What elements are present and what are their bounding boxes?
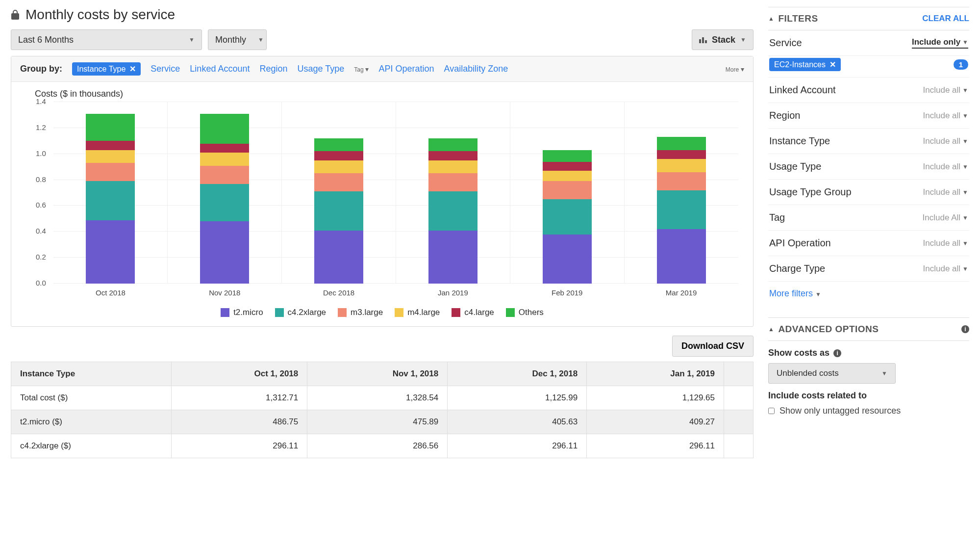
- show-costs-select[interactable]: Unblended costs▼: [768, 363, 896, 384]
- legend-item[interactable]: Others: [506, 308, 544, 317]
- close-icon[interactable]: ✕: [829, 60, 836, 69]
- download-csv-button[interactable]: Download CSV: [672, 336, 754, 357]
- bar-segment[interactable]: [314, 151, 363, 160]
- filter-row[interactable]: Instance TypeInclude all ▼: [768, 129, 969, 154]
- filter-count-badge: 1: [954, 59, 968, 70]
- svg-rect-2: [705, 40, 707, 43]
- table-cell: 296.11: [171, 434, 307, 458]
- table-header[interactable]: Instance Type: [11, 362, 172, 386]
- table-cell: 405.63: [448, 410, 587, 434]
- legend-item[interactable]: m3.large: [338, 308, 383, 317]
- legend-item[interactable]: m4.large: [395, 308, 440, 317]
- groupby-option[interactable]: Availability Zone: [444, 64, 508, 74]
- table-header[interactable]: Jan 1, 2019: [587, 362, 724, 386]
- table-cell: 486.75: [171, 410, 307, 434]
- bar-segment[interactable]: [543, 150, 592, 162]
- bar-segment[interactable]: [428, 138, 477, 151]
- bar-segment[interactable]: [200, 221, 249, 284]
- bar-segment[interactable]: [314, 138, 363, 151]
- bar-segment[interactable]: [543, 181, 592, 199]
- legend-item[interactable]: c4.large: [452, 308, 494, 317]
- info-icon[interactable]: i: [961, 325, 969, 333]
- bar-segment[interactable]: [200, 184, 249, 222]
- caret-down-icon: ▼: [962, 265, 968, 272]
- bar-segment[interactable]: [86, 114, 135, 141]
- chart-ylabel: Costs ($ in thousands): [35, 89, 738, 99]
- filter-row[interactable]: Usage Type GroupInclude all ▼: [768, 180, 969, 205]
- groupby-option[interactable]: Usage Type: [298, 64, 345, 74]
- groupby-option[interactable]: Service: [151, 64, 180, 74]
- bar-segment[interactable]: [657, 150, 706, 159]
- caret-down-icon: ▼: [258, 36, 264, 43]
- bar-segment[interactable]: [86, 220, 135, 284]
- caret-down-icon: ▼: [740, 36, 746, 43]
- filter-row[interactable]: Usage TypeInclude all ▼: [768, 154, 969, 180]
- collapse-icon: ▲: [768, 326, 774, 333]
- bar-segment[interactable]: [428, 191, 477, 230]
- bar-segment[interactable]: [543, 171, 592, 181]
- table-header[interactable]: Nov 1, 2018: [307, 362, 448, 386]
- x-axis-label: Dec 2018: [282, 288, 396, 297]
- table-header[interactable]: Oct 1, 2018: [171, 362, 307, 386]
- bar-segment[interactable]: [543, 162, 592, 171]
- bar-segment[interactable]: [200, 144, 249, 153]
- bar-segment[interactable]: [657, 137, 706, 150]
- caret-down-icon: ▼: [962, 87, 968, 94]
- bar-segment[interactable]: [314, 191, 363, 230]
- caret-down-icon: ▼: [189, 36, 195, 43]
- filter-row[interactable]: Charge TypeInclude all ▼: [768, 256, 969, 282]
- date-range-select[interactable]: Last 6 Months▼: [11, 29, 202, 50]
- filter-row[interactable]: RegionInclude all ▼: [768, 103, 969, 129]
- more-filters-button[interactable]: More filters ▼: [768, 282, 969, 306]
- table-header[interactable]: Dec 1, 2018: [448, 362, 587, 386]
- close-icon[interactable]: ✕: [129, 64, 136, 74]
- bar-segment[interactable]: [200, 114, 249, 144]
- bar-segment[interactable]: [86, 150, 135, 163]
- bar-segment[interactable]: [314, 160, 363, 173]
- bar-segment[interactable]: [314, 173, 363, 191]
- bar-segment[interactable]: [657, 159, 706, 172]
- bar-segment[interactable]: [428, 231, 477, 284]
- bar-segment[interactable]: [200, 153, 249, 165]
- legend-item[interactable]: c4.2xlarge: [275, 308, 326, 317]
- legend-item[interactable]: t2.micro: [221, 308, 263, 317]
- bar-segment[interactable]: [86, 141, 135, 150]
- filter-row[interactable]: API OperationInclude all ▼: [768, 231, 969, 256]
- groupby-option[interactable]: Region: [259, 64, 287, 74]
- untagged-label: Show only untagged resources: [779, 406, 901, 416]
- filter-chip[interactable]: EC2-Instances ✕: [769, 58, 841, 71]
- filter-row[interactable]: TagInclude All ▼: [768, 205, 969, 231]
- filter-row-service[interactable]: Service Include only ▼: [768, 30, 969, 56]
- groupby-option[interactable]: API Operation: [378, 64, 434, 74]
- bar-segment[interactable]: [657, 172, 706, 190]
- bar-segment[interactable]: [428, 173, 477, 191]
- bar-segment[interactable]: [657, 229, 706, 284]
- bar-segment[interactable]: [86, 181, 135, 220]
- table-cell: 1,125.99: [448, 386, 587, 410]
- bar-segment[interactable]: [428, 160, 477, 173]
- groupby-option[interactable]: Tag: [354, 65, 369, 73]
- groupby-option[interactable]: Linked Account: [190, 64, 250, 74]
- groupby-chip[interactable]: Instance Type ✕: [72, 62, 141, 76]
- filters-heading[interactable]: ▲FILTERS: [768, 13, 818, 24]
- bar-segment[interactable]: [657, 190, 706, 229]
- bar-segment[interactable]: [543, 199, 592, 234]
- bar-segment[interactable]: [200, 166, 249, 184]
- bar-segment[interactable]: [86, 163, 135, 181]
- advanced-heading[interactable]: ▲ADVANCED OPTIONS: [768, 324, 879, 335]
- bar-segment[interactable]: [428, 151, 477, 160]
- chart-style-select[interactable]: Stack ▼: [692, 29, 754, 50]
- clear-all-button[interactable]: CLEAR ALL: [922, 14, 969, 24]
- filter-row[interactable]: Linked AccountInclude all ▼: [768, 78, 969, 103]
- info-icon[interactable]: i: [833, 349, 841, 357]
- table-cell: c4.2xlarge ($): [11, 434, 172, 458]
- caret-down-icon: ▼: [962, 138, 968, 145]
- lock-icon: [11, 9, 20, 20]
- x-axis-label: Feb 2019: [510, 288, 624, 297]
- bar-segment[interactable]: [314, 231, 363, 284]
- untagged-checkbox[interactable]: [768, 408, 775, 414]
- groupby-more[interactable]: More: [726, 65, 744, 73]
- table-cell: 1,328.54: [307, 386, 448, 410]
- granularity-select[interactable]: Monthly▼: [208, 29, 267, 50]
- bar-segment[interactable]: [543, 235, 592, 284]
